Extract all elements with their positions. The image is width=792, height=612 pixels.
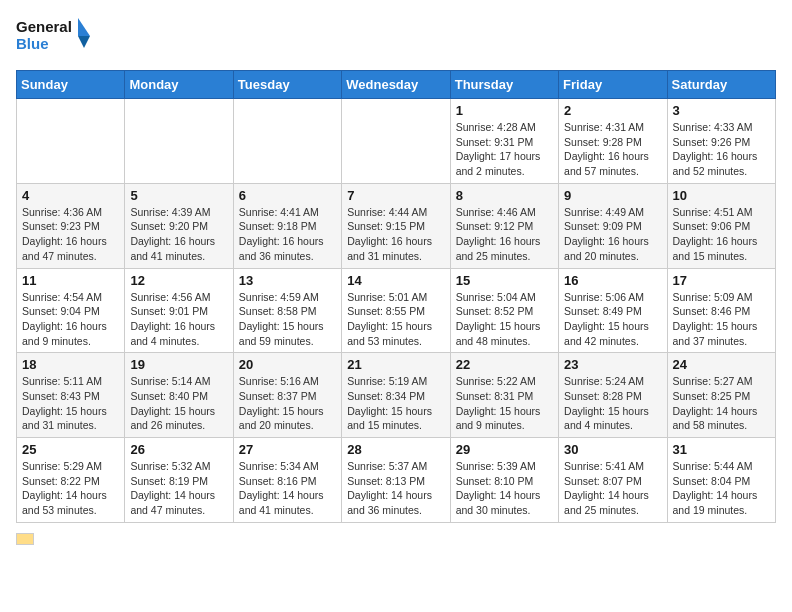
day-cell: 8Sunrise: 4:46 AM Sunset: 9:12 PM Daylig… [450,183,558,268]
day-info: Sunrise: 5:32 AM Sunset: 8:19 PM Dayligh… [130,459,227,518]
svg-text:General: General [16,18,72,35]
day-info: Sunrise: 5:04 AM Sunset: 8:52 PM Dayligh… [456,290,553,349]
day-info: Sunrise: 4:39 AM Sunset: 9:20 PM Dayligh… [130,205,227,264]
day-info: Sunrise: 4:36 AM Sunset: 9:23 PM Dayligh… [22,205,119,264]
day-cell: 24Sunrise: 5:27 AM Sunset: 8:25 PM Dayli… [667,353,775,438]
day-number: 26 [130,442,227,457]
day-info: Sunrise: 5:19 AM Sunset: 8:34 PM Dayligh… [347,374,444,433]
day-cell: 20Sunrise: 5:16 AM Sunset: 8:37 PM Dayli… [233,353,341,438]
day-info: Sunrise: 5:01 AM Sunset: 8:55 PM Dayligh… [347,290,444,349]
day-info: Sunrise: 5:37 AM Sunset: 8:13 PM Dayligh… [347,459,444,518]
day-cell: 2Sunrise: 4:31 AM Sunset: 9:28 PM Daylig… [559,99,667,184]
day-info: Sunrise: 4:33 AM Sunset: 9:26 PM Dayligh… [673,120,770,179]
day-cell: 19Sunrise: 5:14 AM Sunset: 8:40 PM Dayli… [125,353,233,438]
day-cell: 15Sunrise: 5:04 AM Sunset: 8:52 PM Dayli… [450,268,558,353]
day-cell [233,99,341,184]
day-number: 14 [347,273,444,288]
day-number: 2 [564,103,661,118]
day-info: Sunrise: 5:06 AM Sunset: 8:49 PM Dayligh… [564,290,661,349]
day-info: Sunrise: 4:46 AM Sunset: 9:12 PM Dayligh… [456,205,553,264]
svg-marker-3 [78,36,90,48]
day-info: Sunrise: 4:41 AM Sunset: 9:18 PM Dayligh… [239,205,336,264]
day-number: 27 [239,442,336,457]
day-info: Sunrise: 4:59 AM Sunset: 8:58 PM Dayligh… [239,290,336,349]
day-info: Sunrise: 4:54 AM Sunset: 9:04 PM Dayligh… [22,290,119,349]
logo-svg: General Blue [16,16,96,58]
week-row-1: 1Sunrise: 4:28 AM Sunset: 9:31 PM Daylig… [17,99,776,184]
day-cell: 12Sunrise: 4:56 AM Sunset: 9:01 PM Dayli… [125,268,233,353]
weekday-header-row: SundayMondayTuesdayWednesdayThursdayFrid… [17,71,776,99]
day-cell: 13Sunrise: 4:59 AM Sunset: 8:58 PM Dayli… [233,268,341,353]
day-number: 19 [130,357,227,372]
weekday-saturday: Saturday [667,71,775,99]
day-number: 28 [347,442,444,457]
day-number: 15 [456,273,553,288]
day-cell: 6Sunrise: 4:41 AM Sunset: 9:18 PM Daylig… [233,183,341,268]
week-row-5: 25Sunrise: 5:29 AM Sunset: 8:22 PM Dayli… [17,438,776,523]
day-number: 13 [239,273,336,288]
day-cell: 10Sunrise: 4:51 AM Sunset: 9:06 PM Dayli… [667,183,775,268]
day-info: Sunrise: 5:34 AM Sunset: 8:16 PM Dayligh… [239,459,336,518]
day-info: Sunrise: 5:39 AM Sunset: 8:10 PM Dayligh… [456,459,553,518]
week-row-2: 4Sunrise: 4:36 AM Sunset: 9:23 PM Daylig… [17,183,776,268]
weekday-tuesday: Tuesday [233,71,341,99]
day-cell: 3Sunrise: 4:33 AM Sunset: 9:26 PM Daylig… [667,99,775,184]
day-cell: 5Sunrise: 4:39 AM Sunset: 9:20 PM Daylig… [125,183,233,268]
day-cell [17,99,125,184]
week-row-4: 18Sunrise: 5:11 AM Sunset: 8:43 PM Dayli… [17,353,776,438]
day-cell: 4Sunrise: 4:36 AM Sunset: 9:23 PM Daylig… [17,183,125,268]
day-info: Sunrise: 4:44 AM Sunset: 9:15 PM Dayligh… [347,205,444,264]
day-cell: 17Sunrise: 5:09 AM Sunset: 8:46 PM Dayli… [667,268,775,353]
day-cell: 26Sunrise: 5:32 AM Sunset: 8:19 PM Dayli… [125,438,233,523]
day-cell: 27Sunrise: 5:34 AM Sunset: 8:16 PM Dayli… [233,438,341,523]
day-cell: 23Sunrise: 5:24 AM Sunset: 8:28 PM Dayli… [559,353,667,438]
day-number: 31 [673,442,770,457]
day-cell: 14Sunrise: 5:01 AM Sunset: 8:55 PM Dayli… [342,268,450,353]
day-cell [342,99,450,184]
day-info: Sunrise: 5:16 AM Sunset: 8:37 PM Dayligh… [239,374,336,433]
day-cell: 31Sunrise: 5:44 AM Sunset: 8:04 PM Dayli… [667,438,775,523]
logo: General Blue [16,16,96,58]
svg-text:Blue: Blue [16,35,49,52]
day-number: 18 [22,357,119,372]
day-number: 11 [22,273,119,288]
day-cell: 16Sunrise: 5:06 AM Sunset: 8:49 PM Dayli… [559,268,667,353]
day-info: Sunrise: 5:41 AM Sunset: 8:07 PM Dayligh… [564,459,661,518]
day-cell [125,99,233,184]
day-info: Sunrise: 5:44 AM Sunset: 8:04 PM Dayligh… [673,459,770,518]
day-number: 24 [673,357,770,372]
day-cell: 11Sunrise: 4:54 AM Sunset: 9:04 PM Dayli… [17,268,125,353]
day-info: Sunrise: 5:09 AM Sunset: 8:46 PM Dayligh… [673,290,770,349]
day-number: 23 [564,357,661,372]
day-number: 29 [456,442,553,457]
page-header: General Blue [16,16,776,58]
day-cell: 9Sunrise: 4:49 AM Sunset: 9:09 PM Daylig… [559,183,667,268]
day-number: 12 [130,273,227,288]
day-info: Sunrise: 5:11 AM Sunset: 8:43 PM Dayligh… [22,374,119,433]
day-info: Sunrise: 5:29 AM Sunset: 8:22 PM Dayligh… [22,459,119,518]
day-info: Sunrise: 5:27 AM Sunset: 8:25 PM Dayligh… [673,374,770,433]
weekday-monday: Monday [125,71,233,99]
footer [16,533,776,545]
day-number: 17 [673,273,770,288]
day-info: Sunrise: 4:51 AM Sunset: 9:06 PM Dayligh… [673,205,770,264]
day-cell: 25Sunrise: 5:29 AM Sunset: 8:22 PM Dayli… [17,438,125,523]
day-number: 1 [456,103,553,118]
day-cell: 1Sunrise: 4:28 AM Sunset: 9:31 PM Daylig… [450,99,558,184]
weekday-wednesday: Wednesday [342,71,450,99]
day-cell: 21Sunrise: 5:19 AM Sunset: 8:34 PM Dayli… [342,353,450,438]
day-cell: 29Sunrise: 5:39 AM Sunset: 8:10 PM Dayli… [450,438,558,523]
day-cell: 30Sunrise: 5:41 AM Sunset: 8:07 PM Dayli… [559,438,667,523]
day-number: 25 [22,442,119,457]
day-info: Sunrise: 5:24 AM Sunset: 8:28 PM Dayligh… [564,374,661,433]
day-cell: 28Sunrise: 5:37 AM Sunset: 8:13 PM Dayli… [342,438,450,523]
week-row-3: 11Sunrise: 4:54 AM Sunset: 9:04 PM Dayli… [17,268,776,353]
day-number: 8 [456,188,553,203]
day-number: 4 [22,188,119,203]
day-info: Sunrise: 5:22 AM Sunset: 8:31 PM Dayligh… [456,374,553,433]
daylight-icon [16,533,34,545]
weekday-friday: Friday [559,71,667,99]
day-info: Sunrise: 4:56 AM Sunset: 9:01 PM Dayligh… [130,290,227,349]
day-cell: 18Sunrise: 5:11 AM Sunset: 8:43 PM Dayli… [17,353,125,438]
day-number: 7 [347,188,444,203]
